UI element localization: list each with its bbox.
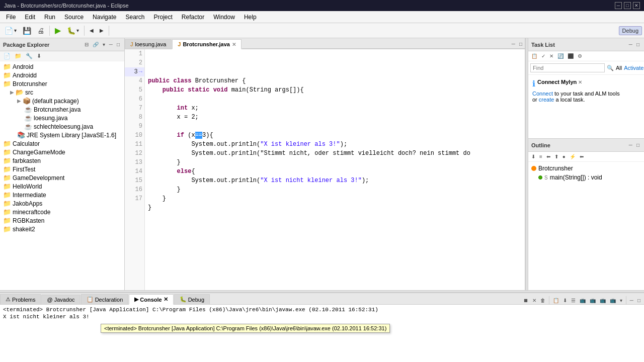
tree-item-jre-system-library-[javase-1-6][interactable]: 📚JRE System Library [JavaSE-1.6] bbox=[1, 131, 123, 139]
debug-tab[interactable]: 🐛 Debug bbox=[174, 294, 210, 304]
outline-btn6[interactable]: ⚡ bbox=[568, 153, 577, 160]
code-line-1[interactable] bbox=[148, 67, 522, 76]
declaration-tab[interactable]: 📋 Declaration bbox=[81, 294, 129, 304]
menu-item-run[interactable]: Run bbox=[40, 13, 59, 22]
code-line-10[interactable]: System.out.println("Stimmt nicht, oder s… bbox=[148, 149, 522, 158]
console-arrow-btn[interactable]: ▾ bbox=[618, 297, 624, 304]
console-btn4[interactable]: 📺 bbox=[578, 297, 587, 304]
code-line-14[interactable]: } bbox=[148, 185, 522, 194]
task-btn6[interactable]: ⚙ bbox=[576, 53, 584, 59]
menu-item-window[interactable]: Window bbox=[209, 13, 239, 22]
console-btn3[interactable]: ☰ bbox=[570, 297, 577, 304]
outline-actions[interactable]: ─ □ bbox=[627, 142, 641, 148]
problems-tab[interactable]: ⚠ Problems bbox=[0, 294, 41, 304]
tree-item-android[interactable]: 📁Android bbox=[1, 62, 123, 71]
code-line-2[interactable]: public class Brotcrunsher { bbox=[148, 76, 522, 85]
panel-actions[interactable]: ⊟ 🔗 ▾ ─ □ bbox=[83, 41, 121, 48]
tree-item-rgbkasten[interactable]: 📁RGBKasten bbox=[1, 216, 123, 225]
debug-perspective-btn[interactable]: Debug bbox=[619, 26, 642, 35]
console-btn7[interactable]: 📺 bbox=[608, 297, 617, 304]
code-line-12[interactable]: else{ bbox=[148, 167, 522, 176]
console-tab[interactable]: ▶ Console ✕ bbox=[129, 294, 173, 305]
menu-item-source[interactable]: Source bbox=[60, 13, 88, 22]
tab-brotcrunsher[interactable]: J Brotcrunsher.java ✕ bbox=[172, 39, 242, 49]
new-btn[interactable]: 📄▾ bbox=[2, 25, 19, 36]
tree-item-jakobapps[interactable]: 📁JakobApps bbox=[1, 199, 123, 208]
package-tree[interactable]: 📁Android📁Androidd📁Brotcrunsher▶📂src▶📦(de… bbox=[0, 61, 124, 290]
maximize-btn[interactable]: □ bbox=[624, 2, 631, 9]
run-btn[interactable]: ▶ bbox=[52, 24, 63, 37]
task-find-input[interactable] bbox=[530, 63, 605, 72]
outline-btn4[interactable]: ⬆ bbox=[553, 153, 560, 160]
create-link[interactable]: create bbox=[539, 97, 554, 103]
tree-item-farbkasten[interactable]: 📁farbkasten bbox=[1, 156, 123, 165]
view-menu-btn[interactable]: ▾ bbox=[101, 41, 107, 48]
code-line-11[interactable]: } bbox=[148, 158, 522, 167]
new-java-btn[interactable]: 📄 bbox=[2, 52, 12, 60]
code-line-4[interactable] bbox=[148, 95, 522, 104]
console-remove-btn[interactable]: ✕ bbox=[531, 297, 538, 304]
task-panel-actions[interactable]: ─ □ bbox=[627, 41, 641, 48]
outline-min-btn[interactable]: ─ bbox=[627, 142, 634, 148]
tree-item-(default-package)[interactable]: ▶📦(default package) bbox=[1, 97, 123, 105]
code-line-3[interactable]: public static void main(String args[]){ bbox=[148, 85, 522, 95]
menu-item-navigate[interactable]: Navigate bbox=[89, 13, 120, 22]
editor-min-btn[interactable]: ─ bbox=[510, 41, 517, 47]
outline-btn3[interactable]: ⬅ bbox=[545, 153, 552, 160]
minimize-btn[interactable]: ─ bbox=[615, 2, 622, 9]
connect-link[interactable]: Connect bbox=[532, 90, 553, 97]
code-line-16[interactable]: } bbox=[148, 203, 522, 212]
task-min-btn[interactable]: ─ bbox=[627, 41, 634, 48]
code-line-13[interactable]: System.out.println("X ist nicht kleiner … bbox=[148, 176, 522, 185]
collapse-all-btn[interactable]: ⊟ bbox=[83, 41, 90, 48]
tree-item-changegamemode[interactable]: 📁ChangeGameMode bbox=[1, 148, 123, 156]
console-close-btn[interactable]: ✕ bbox=[164, 296, 168, 303]
mylyn-close-btn[interactable]: ✕ bbox=[577, 79, 584, 85]
console-max-btn[interactable]: □ bbox=[636, 297, 642, 304]
debug-btn[interactable]: 🐛▾ bbox=[64, 25, 82, 36]
tree-item-minecraftcode[interactable]: 📁minecraftcode bbox=[1, 208, 123, 216]
print-btn[interactable]: 🖨 bbox=[35, 25, 47, 36]
save-btn[interactable]: 💾 bbox=[20, 25, 34, 36]
code-line-15[interactable]: } bbox=[148, 194, 522, 203]
code-line-6[interactable]: x = 2; bbox=[148, 113, 522, 122]
console-min-btn[interactable]: ─ bbox=[628, 297, 635, 304]
editor-max-btn[interactable]: □ bbox=[518, 41, 524, 47]
console-btn6[interactable]: 📺 bbox=[598, 297, 607, 304]
outline-btn1[interactable]: ⬇ bbox=[530, 153, 537, 160]
console-btn2[interactable]: ⬇ bbox=[561, 297, 569, 304]
menu-item-refactor[interactable]: Refactor bbox=[178, 13, 208, 22]
pkg-btn4[interactable]: ⬇ bbox=[35, 52, 43, 60]
task-btn5[interactable]: ⬛ bbox=[566, 53, 575, 59]
link-editor-btn[interactable]: 🔗 bbox=[91, 41, 100, 48]
close-btn[interactable]: ✕ bbox=[633, 2, 640, 9]
task-btn1[interactable]: 📋 bbox=[530, 53, 539, 59]
pkg-btn2[interactable]: 📁 bbox=[13, 52, 23, 60]
tree-item-brotcrunsher[interactable]: 📁Brotcrunsher bbox=[1, 79, 123, 88]
javadoc-tab[interactable]: @ Javadoc bbox=[41, 295, 80, 304]
pkg-btn3[interactable]: 🔧 bbox=[24, 52, 34, 60]
forward-btn[interactable]: ▶ bbox=[97, 26, 106, 35]
outline-btn2[interactable]: ≡ bbox=[538, 153, 544, 160]
task-max-btn[interactable]: □ bbox=[635, 41, 641, 48]
outline-method-item[interactable]: S main(String[]) : void bbox=[530, 173, 642, 182]
tab-close-btn[interactable]: ✕ bbox=[232, 42, 236, 47]
tree-item-src[interactable]: ▶📂src bbox=[1, 88, 123, 97]
tree-item-androidd[interactable]: 📁Androidd bbox=[1, 71, 123, 79]
outline-class-item[interactable]: Brotcrunsher bbox=[530, 164, 642, 173]
minimize-panel-btn[interactable]: ─ bbox=[108, 41, 114, 48]
code-content[interactable]: public class Brotcrunsher { public stati… bbox=[145, 49, 525, 290]
code-editor[interactable]: 123→4567891011121314151617 public class … bbox=[125, 49, 525, 290]
tree-item-brotcrunsher-java[interactable]: ☕Brotcrunsher.java bbox=[1, 105, 123, 114]
code-line-8[interactable]: if (x==3){ bbox=[148, 131, 522, 140]
console-clear-btn[interactable]: 🗑 bbox=[539, 297, 547, 304]
menu-item-help[interactable]: Help bbox=[240, 13, 261, 22]
maximize-panel-btn[interactable]: □ bbox=[115, 41, 121, 48]
tree-item-intermediate[interactable]: 📁Intermediate bbox=[1, 191, 123, 199]
outline-btn5[interactable]: ● bbox=[561, 153, 567, 160]
code-line-7[interactable] bbox=[148, 122, 522, 131]
menu-item-project[interactable]: Project bbox=[149, 13, 176, 22]
tree-item-schlechteloesung-java[interactable]: ☕schlechteloesung.java bbox=[1, 122, 123, 131]
code-line-5[interactable]: int x; bbox=[148, 104, 522, 113]
tab-loesung[interactable]: J loesung.java bbox=[125, 39, 172, 49]
